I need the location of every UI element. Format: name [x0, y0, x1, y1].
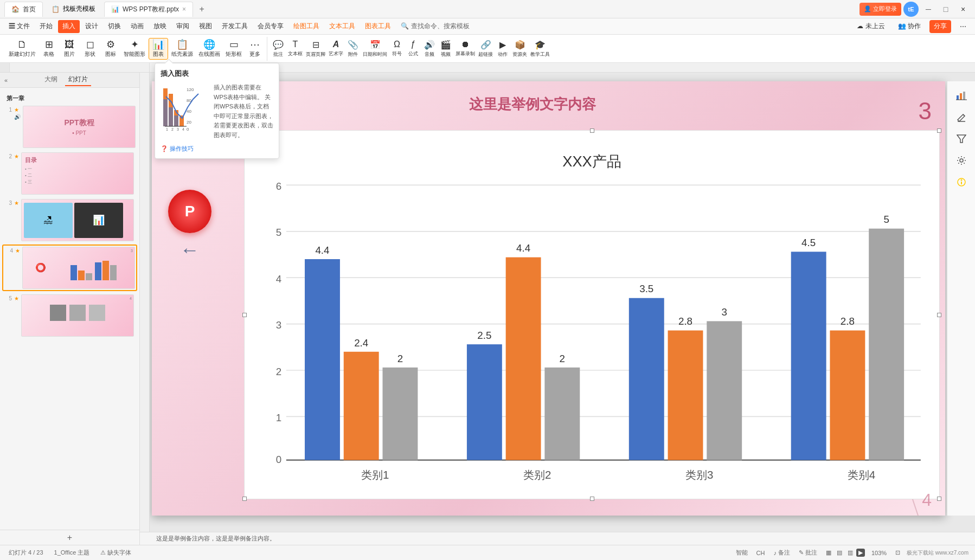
menu-more[interactable]: ⋯: [955, 20, 971, 33]
slide-item[interactable]: 3 ★ 🏖 📊: [2, 198, 137, 242]
theme-info[interactable]: 1_Office 主题: [52, 548, 92, 558]
handle-tc[interactable]: [590, 128, 594, 133]
slide-item-active[interactable]: 4 ★ 3 ⭕: [2, 244, 137, 291]
handle-tr[interactable]: [937, 128, 941, 133]
handle-mr[interactable]: [937, 313, 941, 317]
menu-slideshow[interactable]: 放映: [149, 20, 171, 33]
template-tab[interactable]: 📋 找板壳模板: [45, 2, 102, 17]
lang-text: CH: [756, 550, 765, 556]
home-tab[interactable]: 🏠 首页: [4, 2, 43, 17]
play-button[interactable]: ▶: [856, 549, 865, 557]
menu-start[interactable]: 开始: [35, 20, 57, 33]
menu-collab[interactable]: 👥 协作: [894, 20, 925, 33]
slide-number: 1: [3, 106, 12, 113]
menu-search[interactable]: 🔍 查找命令、搜索模板: [396, 20, 473, 33]
slide-thumbnail[interactable]: 3 ⭕: [22, 247, 135, 289]
view-normal-button[interactable]: ▦: [824, 548, 833, 557]
resource-button[interactable]: 📦 资源夹: [511, 38, 528, 60]
attachment-button[interactable]: 📎 附件: [345, 38, 361, 60]
smartart-button[interactable]: ✦ 智能图形: [121, 38, 147, 60]
wordart-button[interactable]: A 艺术字: [328, 38, 344, 60]
view-grid-button[interactable]: ▤: [835, 548, 844, 557]
new-tab-button[interactable]: +: [195, 3, 208, 16]
table-button[interactable]: ⊞ 表格: [39, 38, 59, 60]
login-button[interactable]: 👤 立即登录: [859, 3, 901, 16]
menu-insert[interactable]: 插入: [58, 20, 80, 33]
filter-button[interactable]: [952, 129, 971, 149]
video-button[interactable]: 🎬 视频: [438, 38, 453, 60]
menu-review[interactable]: 审阅: [172, 20, 194, 33]
slide-thumbnail[interactable]: 4: [21, 294, 134, 337]
sidebar-tab-outline[interactable]: 大纲: [41, 74, 61, 86]
icon-button[interactable]: ⚙ 图标: [101, 38, 120, 60]
note-button[interactable]: ♪ 备注: [771, 548, 792, 558]
active-file-tab[interactable]: 📊 WPS PPT教程.pptx ×: [104, 2, 193, 17]
more-button[interactable]: ⋯ 更多: [245, 38, 265, 60]
chart-area[interactable]: XXX产品 6 5 4 3 2 1 0: [244, 130, 940, 499]
template-res-button[interactable]: 📋 纸壳素源: [169, 38, 195, 60]
slide-thumbnail[interactable]: PPT教程 • PPT: [23, 106, 136, 148]
menu-cloud[interactable]: ☁ 未上云: [852, 20, 889, 33]
add-slide-button[interactable]: +: [0, 530, 139, 545]
slide-thumbnail[interactable]: 目录 • 一• 二• 三: [21, 152, 134, 195]
popup-tip[interactable]: ❓ 操作技巧: [161, 145, 273, 153]
menu-share[interactable]: 分享: [929, 20, 951, 33]
menu-draw[interactable]: 绘图工具: [289, 20, 324, 33]
sidebar-tab-slides[interactable]: 幻灯片: [65, 74, 91, 86]
lang-button[interactable]: CH: [754, 549, 767, 557]
svg-rect-53: [791, 252, 826, 460]
view-outline-button[interactable]: ▥: [845, 548, 855, 557]
menu-transition[interactable]: 切换: [104, 20, 125, 33]
shape-button[interactable]: ◻ 形状: [80, 38, 100, 60]
chart-type-button[interactable]: [952, 86, 971, 105]
user-avatar[interactable]: tE: [903, 2, 919, 17]
rect-button[interactable]: ▭ 矩形框: [223, 38, 244, 60]
symbol-button[interactable]: Ω 符号: [389, 38, 405, 60]
online-chart-button[interactable]: 🌐 在线图画: [196, 38, 222, 60]
slide-item[interactable]: 2 ★ 目录 • 一• 二• 三: [2, 151, 137, 196]
collapse-button[interactable]: «: [4, 77, 8, 83]
menu-design[interactable]: 设计: [81, 20, 102, 33]
slide-item[interactable]: 1 ★ 🔊 PPT教程 • PPT: [2, 105, 137, 149]
handle-bl[interactable]: [242, 497, 247, 501]
chart-settings-button[interactable]: [952, 151, 971, 170]
image-button[interactable]: 🖼 图片: [60, 38, 79, 60]
online-chart-label: 在线图画: [198, 50, 220, 58]
maximize-button[interactable]: □: [938, 3, 953, 16]
minimize-button[interactable]: ─: [921, 3, 936, 16]
slide-info[interactable]: 幻灯片 4 / 23: [7, 548, 46, 558]
menu-view[interactable]: 视图: [195, 20, 216, 33]
datetime-button[interactable]: 📅 日期和时间: [362, 38, 388, 60]
menu-vip[interactable]: 会员专享: [253, 20, 288, 33]
slide-thumbnail[interactable]: 🏖 📊: [21, 199, 134, 241]
menu-developer[interactable]: 开发工具: [217, 20, 252, 33]
hyperlink-button[interactable]: 🔗 超链接: [477, 38, 494, 60]
chart-tips-button[interactable]: [952, 172, 971, 192]
menu-text[interactable]: 文本工具: [325, 20, 360, 33]
screen-record-button[interactable]: ⏺ 屏幕录制: [454, 38, 476, 60]
menu-chart[interactable]: 图表工具: [361, 20, 395, 33]
smart-mode-button[interactable]: 智能: [734, 548, 750, 558]
chart-button[interactable]: 📊 图表: [149, 38, 168, 60]
comment-button[interactable]: 💬 批注: [271, 38, 286, 60]
handle-br[interactable]: [937, 497, 941, 501]
edit-chart-button[interactable]: [952, 107, 971, 127]
close-tab-icon[interactable]: ×: [182, 5, 186, 13]
handle-ml[interactable]: [242, 313, 247, 317]
comment-btn[interactable]: ✎ 批注: [797, 548, 819, 558]
menu-file[interactable]: ☰ 文件: [4, 20, 34, 33]
header-footer-button[interactable]: ⊟ 页眉页脚: [305, 38, 326, 60]
formula-button[interactable]: ƒ 公式: [406, 38, 421, 60]
new-slide-button[interactable]: 🗋 新建幻灯片: [7, 38, 38, 60]
audio-button[interactable]: 🔊 音频: [422, 38, 437, 60]
fit-button[interactable]: ⊡: [893, 548, 902, 557]
close-button[interactable]: ×: [955, 3, 971, 16]
menu-animation[interactable]: 动画: [126, 20, 148, 33]
font-warn[interactable]: ⚠ 缺失字体: [98, 548, 133, 558]
zoom-level[interactable]: 103%: [869, 549, 889, 557]
action-button[interactable]: ▶ 动作: [495, 38, 510, 60]
slide-item[interactable]: 5 ★ 4: [2, 293, 137, 338]
handle-bc[interactable]: [590, 497, 594, 501]
teach-button[interactable]: 🎓 教学工具: [529, 38, 551, 60]
textbox-button[interactable]: T 文本框: [287, 38, 304, 60]
